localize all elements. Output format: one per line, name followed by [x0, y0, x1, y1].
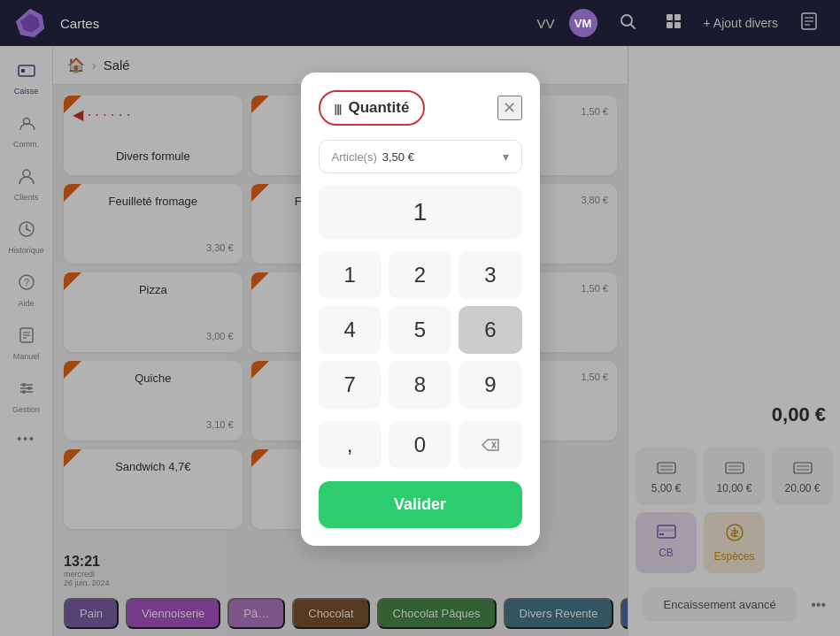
quantite-modal: ||| Quantité ✕ Article(s) 3,50 € ▾ 1 1 2… — [301, 73, 540, 546]
numpad-key-0[interactable]: 0 — [389, 421, 451, 469]
cartes-link[interactable]: Cartes — [60, 16, 99, 31]
svg-rect-6 — [667, 22, 673, 28]
numpad-key-5[interactable]: 5 — [389, 306, 451, 354]
ajout-divers-button[interactable]: + Ajout divers — [704, 16, 778, 30]
numpad-key-1[interactable]: 1 — [319, 251, 381, 299]
modal-article-dropdown[interactable]: Article(s) 3,50 € ▾ — [319, 140, 522, 173]
modal-title: Quantité — [348, 99, 409, 117]
numpad-key-comma[interactable]: , — [319, 421, 381, 469]
numpad: 1 2 3 4 5 6 7 8 9 — [319, 251, 522, 409]
numpad-key-backspace[interactable] — [459, 421, 521, 469]
search-icon[interactable] — [612, 9, 643, 38]
vv-label: VV — [537, 16, 555, 31]
app-logo[interactable] — [14, 7, 46, 39]
numpad-key-6[interactable]: 6 — [459, 306, 521, 354]
numpad-key-7[interactable]: 7 — [319, 361, 381, 409]
numpad-key-2[interactable]: 2 — [389, 251, 451, 299]
sliders-icon: ||| — [335, 102, 342, 115]
dropdown-label: Article(s) — [332, 150, 377, 164]
grid-icon[interactable] — [658, 9, 690, 38]
vm-avatar[interactable]: VM — [569, 9, 597, 37]
valider-button[interactable]: Valider — [319, 481, 522, 528]
quantity-display: 1 — [319, 186, 522, 239]
modal-overlay: ||| Quantité ✕ Article(s) 3,50 € ▾ 1 1 2… — [0, 46, 840, 636]
chevron-down-icon: ▾ — [503, 149, 509, 164]
svg-rect-5 — [674, 14, 681, 20]
numpad-key-3[interactable]: 3 — [459, 251, 521, 299]
modal-header: ||| Quantité ✕ — [319, 90, 522, 126]
dropdown-value: 3,50 € — [382, 150, 414, 164]
receipt-icon[interactable] — [792, 8, 826, 39]
modal-title-area: ||| Quantité — [319, 90, 426, 126]
numpad-bottom-row: , 0 — [319, 421, 522, 469]
numpad-key-9[interactable]: 9 — [459, 361, 521, 409]
svg-line-3 — [630, 24, 635, 28]
numpad-key-4[interactable]: 4 — [319, 306, 381, 354]
numpad-key-8[interactable]: 8 — [389, 361, 451, 409]
modal-close-button[interactable]: ✕ — [497, 96, 522, 120]
top-bar: Cartes VV VM + Ajout divers — [0, 0, 840, 46]
svg-rect-7 — [674, 22, 681, 28]
svg-rect-4 — [667, 14, 673, 20]
